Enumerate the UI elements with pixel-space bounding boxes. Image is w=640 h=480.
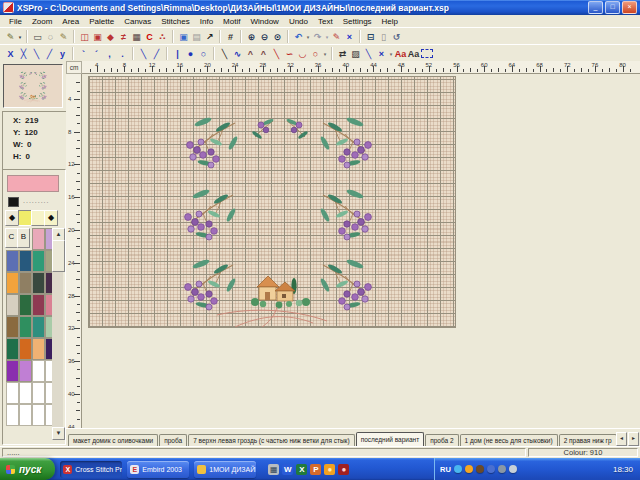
draw-pencil-caret-button[interactable]: ▾ — [17, 30, 23, 44]
stitch-quarter-y-button[interactable]: y — [56, 47, 69, 61]
palette-swatch[interactable] — [6, 316, 19, 338]
menu-item-file[interactable]: File — [4, 17, 27, 26]
special-arc-button[interactable]: ◡ — [296, 47, 309, 61]
palette-swatch[interactable] — [32, 360, 45, 382]
redo-button[interactable]: ↷ — [311, 30, 324, 44]
menu-item-help[interactable]: Help — [377, 17, 403, 26]
motif-stamp-button[interactable]: ◆ — [104, 30, 117, 44]
special-red-line-button[interactable]: ╲ — [270, 47, 283, 61]
palette-swatch[interactable] — [32, 404, 45, 426]
minimize-button[interactable]: _ — [588, 1, 603, 14]
maximize-button[interactable]: □ — [605, 1, 620, 14]
motif-arrows-button[interactable]: ⇄ — [336, 47, 349, 61]
stitch-half-fwd-button[interactable]: ╱ — [43, 47, 56, 61]
text-red-button[interactable]: Aa — [394, 47, 407, 61]
undo-button[interactable]: ↶ — [292, 30, 305, 44]
quick-launch-icon[interactable]: X — [296, 464, 307, 475]
palette-swatch[interactable] — [19, 360, 32, 382]
revert-button[interactable]: ↺ — [390, 30, 403, 44]
taskbar-clock[interactable]: 18:30 — [613, 465, 635, 474]
palette-swatch[interactable] — [32, 316, 45, 338]
zoom-fit-button[interactable]: ⊙ — [271, 30, 284, 44]
pale-yellow-button[interactable] — [31, 210, 45, 226]
menu-item-palette[interactable]: Palette — [84, 17, 119, 26]
petite-3-button[interactable]: , — [103, 47, 116, 61]
quick-launch-icon[interactable]: ▦ — [268, 464, 279, 475]
new-doc-button[interactable]: ▯ — [377, 30, 390, 44]
palette-swatch[interactable] — [6, 404, 19, 426]
special-circle-button[interactable]: ○ — [309, 47, 322, 61]
motif-copy-button[interactable]: ◫ — [78, 30, 91, 44]
tray-icon[interactable] — [476, 465, 484, 473]
knot-line-button[interactable]: | — [171, 47, 184, 61]
quick-launch-icon[interactable]: W — [282, 464, 293, 475]
tab-scroll-right-icon[interactable]: ▸ — [628, 432, 639, 446]
tray-icon[interactable] — [509, 465, 517, 473]
motif-grid-button[interactable]: ▦ — [130, 30, 143, 44]
palette-swatch[interactable] — [19, 294, 32, 316]
motif-flip-button[interactable]: ≠ — [117, 30, 130, 44]
pen-cross-button[interactable]: × — [375, 47, 388, 61]
menu-item-undo[interactable]: Undo — [284, 17, 313, 26]
menu-item-zoom[interactable]: Zoom — [27, 17, 57, 26]
motif-paste-button[interactable]: ▣ — [91, 30, 104, 44]
knot-open-button[interactable]: ○ — [197, 47, 210, 61]
palette-swatch[interactable] — [32, 250, 45, 272]
delete-cross-button[interactable]: × — [343, 30, 356, 44]
start-button[interactable]: пуск — [0, 458, 55, 480]
select-lasso-button[interactable]: ◌ — [44, 30, 57, 44]
palette-scrollbar[interactable]: ▲ ▼ — [52, 228, 63, 440]
canvas-area[interactable] — [82, 74, 640, 428]
stitch-grid[interactable] — [88, 76, 456, 328]
palette-scroll-down-icon[interactable]: ▼ — [52, 427, 65, 440]
palette-swatch[interactable] — [19, 316, 32, 338]
task-button[interactable]: 1МОИ ДИЗАЙНЫ — [194, 461, 256, 478]
tray-icon[interactable] — [487, 465, 495, 473]
knot-filled-button[interactable]: ● — [184, 47, 197, 61]
selection-dashed-button[interactable] — [420, 47, 433, 61]
palette-swatch[interactable] — [32, 382, 45, 404]
petite-1-button[interactable]: ` — [77, 47, 90, 61]
petite-2-button[interactable]: ´ — [90, 47, 103, 61]
view-monitor-button[interactable]: ▣ — [177, 30, 190, 44]
net-pattern-button[interactable]: ▨ — [349, 47, 362, 61]
menu-item-settings[interactable]: Settings — [338, 17, 377, 26]
palette-swatch[interactable] — [19, 382, 32, 404]
zoom-in-button[interactable]: ⊕ — [245, 30, 258, 44]
quick-launch-icon[interactable]: ● — [324, 464, 335, 475]
menu-item-stitches[interactable]: Stitches — [156, 17, 194, 26]
palette-swatch[interactable] — [32, 338, 45, 360]
stitch-half-back-button[interactable]: ╲ — [30, 47, 43, 61]
palette-swatch[interactable] — [6, 272, 19, 294]
palette-swatch[interactable] — [6, 360, 19, 382]
palette-swatch[interactable] — [6, 338, 19, 360]
special-curve-button[interactable]: ∽ — [283, 47, 296, 61]
special-wave-button[interactable]: ∿ — [231, 47, 244, 61]
quick-launch-icon[interactable]: ● — [338, 464, 349, 475]
backstitch-back-button[interactable]: ╲ — [137, 47, 150, 61]
special-angle-1-button[interactable]: ^ — [244, 47, 257, 61]
menu-item-text[interactable]: Text — [313, 17, 338, 26]
color-pencil-button[interactable]: ✎ — [330, 30, 343, 44]
motif-rotate-button[interactable]: C — [143, 30, 156, 44]
tab-scroll-left-icon[interactable]: ◂ — [616, 432, 627, 446]
print-button[interactable]: ▤ — [190, 30, 203, 44]
text-black-button[interactable]: Aa — [407, 47, 420, 61]
special-circle-caret-button[interactable]: ▾ — [322, 47, 328, 61]
zoom-out-button[interactable]: ⊖ — [258, 30, 271, 44]
palette-swatch[interactable] — [32, 228, 45, 250]
menu-item-canvas[interactable]: Canvas — [119, 17, 156, 26]
special-angle-2-button[interactable]: ^ — [257, 47, 270, 61]
save-file-button[interactable]: ⊟ — [364, 30, 377, 44]
diamond-dark-button[interactable]: ◆ — [5, 210, 19, 226]
diamond-on-yellow-button[interactable]: ◆ — [44, 210, 58, 226]
palette-swatch[interactable] — [19, 404, 32, 426]
petite-4-button[interactable]: . — [116, 47, 129, 61]
comb-tool-button[interactable]: # — [224, 30, 237, 44]
quick-launch-icon[interactable]: P — [310, 464, 321, 475]
select-rect-button[interactable]: ▭ — [31, 30, 44, 44]
motif-scatter-button[interactable]: ∴ — [156, 30, 169, 44]
task-button[interactable]: EEmbird 2003 — [127, 461, 189, 478]
special-black-line-button[interactable]: ╲ — [218, 47, 231, 61]
task-button[interactable]: XCross Stitch Pro... — [60, 461, 122, 478]
